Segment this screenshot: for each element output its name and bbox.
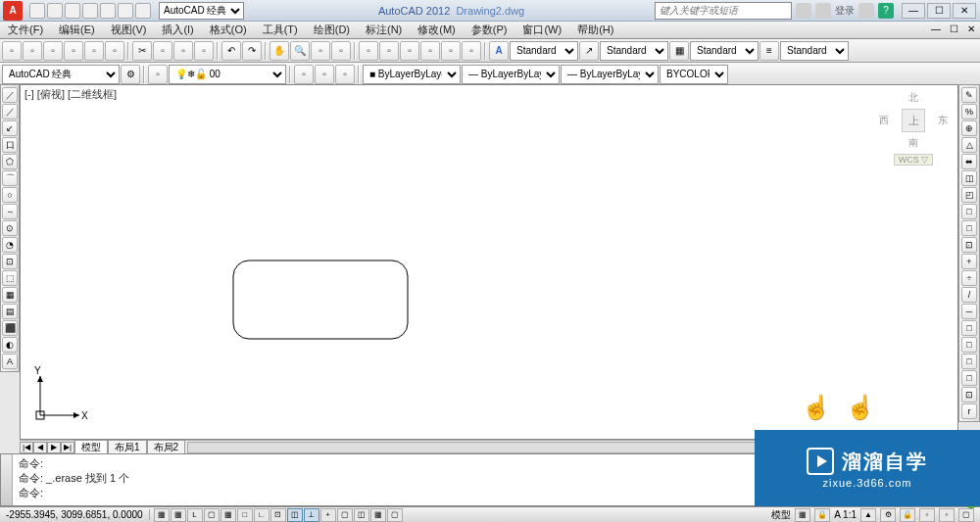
viewcube-east[interactable]: 东 <box>938 114 948 127</box>
mlstyle-select[interactable]: Standard <box>780 41 849 61</box>
toolbar-lock-icon[interactable]: 🔒 <box>900 508 915 522</box>
zoom-rt-icon[interactable]: 🔍 <box>290 41 310 61</box>
draw-tool-1[interactable]: ／ <box>2 104 18 119</box>
doc-close-button[interactable]: ✕ <box>963 24 979 37</box>
draw-tool-13[interactable]: ▤ <box>2 304 18 319</box>
layer-state-icon[interactable]: ▫ <box>315 65 334 84</box>
draw-tool-3[interactable]: 口 <box>2 137 18 153</box>
help-icon[interactable]: ? <box>878 3 894 19</box>
copy-icon[interactable]: ▫ <box>153 41 172 61</box>
modify-tool-16[interactable]: □ <box>961 354 977 369</box>
status-toggle-0[interactable]: ▦ <box>154 508 170 522</box>
tablestyle-icon[interactable]: ▦ <box>669 41 689 61</box>
ssm-icon[interactable]: ▫ <box>420 41 440 61</box>
exchange-icon[interactable] <box>858 3 874 19</box>
drawing-area[interactable]: [-] [俯视] [二维线框] X Y 北 西 上 东 南 WCS ▽ ☝ ☝ <box>20 84 958 440</box>
preview-icon[interactable]: ▫ <box>84 41 104 61</box>
ws-switch-icon[interactable]: ⚙ <box>880 508 896 522</box>
status-toggle-4[interactable]: ▦ <box>220 508 236 522</box>
dc-icon[interactable]: ▫ <box>379 41 399 61</box>
maximize-button[interactable]: ☐ <box>927 3 951 19</box>
modify-tool-1[interactable]: % <box>961 104 977 119</box>
layer-iso-icon[interactable]: ▫ <box>335 65 355 84</box>
search-input[interactable] <box>655 2 792 20</box>
layer-prev-icon[interactable]: ▫ <box>294 65 314 84</box>
status-toggle-3[interactable]: ▢ <box>204 508 220 522</box>
publish-icon[interactable]: ▫ <box>105 41 124 61</box>
layer-select[interactable]: 💡❄🔓 00 <box>169 65 286 84</box>
modify-tool-8[interactable]: □ <box>961 220 977 236</box>
modify-tool-7[interactable]: □ <box>961 204 977 219</box>
annotation-scale[interactable]: A 1:1 <box>834 509 857 520</box>
modify-tool-18[interactable]: ⊡ <box>961 387 977 403</box>
modify-tool-11[interactable]: ÷ <box>961 270 977 286</box>
match-icon[interactable]: ▫ <box>194 41 214 61</box>
menu-file[interactable]: 文件(F) <box>0 23 51 37</box>
status-toggle-11[interactable]: ▢ <box>337 508 353 522</box>
wcs-badge[interactable]: WCS ▽ <box>894 154 934 166</box>
draw-tool-7[interactable]: ～ <box>2 204 18 219</box>
status-toggle-9[interactable]: ⊥ <box>304 508 319 522</box>
menu-format[interactable]: 格式(O) <box>202 23 255 37</box>
save-icon[interactable]: ▫ <box>43 41 63 61</box>
draw-tool-8[interactable]: ⊙ <box>2 220 18 236</box>
color-select[interactable]: ■ ByLayerByLayer <box>363 65 461 84</box>
dimstyle-icon[interactable]: ↗ <box>579 41 599 61</box>
textstyle-icon[interactable]: A <box>489 41 509 61</box>
viewcube-south[interactable]: 南 <box>879 136 948 150</box>
qat-saveas-icon[interactable] <box>82 3 98 19</box>
modify-tool-14[interactable]: □ <box>961 320 977 336</box>
calc-icon[interactable]: ▫ <box>462 41 481 61</box>
annoscale-icon[interactable]: ▲ <box>860 508 876 522</box>
status-toggle-5[interactable]: □ <box>237 508 253 522</box>
modify-tool-2[interactable]: ⊕ <box>961 120 977 136</box>
lineweight-select[interactable]: — ByLayerByLayer <box>561 65 659 84</box>
layer-props-icon[interactable]: ▫ <box>148 65 168 84</box>
status-toggle-2[interactable]: L <box>187 508 203 522</box>
draw-tool-9[interactable]: ◔ <box>2 237 18 253</box>
print-icon[interactable]: ▫ <box>64 41 83 61</box>
modify-tool-0[interactable]: ✎ <box>961 87 977 103</box>
properties-icon[interactable]: ▫ <box>359 41 378 61</box>
open-icon[interactable]: ▫ <box>23 41 42 61</box>
qat-new-icon[interactable] <box>29 3 45 19</box>
draw-tool-0[interactable]: ／ <box>2 87 18 103</box>
zoom-win-icon[interactable]: ▫ <box>311 41 330 61</box>
sb-lock-icon[interactable]: 🔒 <box>814 508 830 522</box>
redo-icon[interactable]: ↷ <box>242 41 262 61</box>
menu-edit[interactable]: 编辑(E) <box>51 23 103 37</box>
tab-prev-icon[interactable]: ◀ <box>33 442 47 453</box>
modify-tool-6[interactable]: ◰ <box>961 187 977 203</box>
modify-tool-17[interactable]: □ <box>961 370 977 386</box>
tablestyle-select[interactable]: Standard <box>690 41 759 61</box>
draw-tool-15[interactable]: ◐ <box>2 337 18 353</box>
zoom-prev-icon[interactable]: ▫ <box>331 41 351 61</box>
tab-first-icon[interactable]: |◀ <box>20 442 33 453</box>
minimize-button[interactable]: — <box>902 3 925 19</box>
login-link[interactable]: 登录 <box>835 4 855 18</box>
isolate-icon[interactable]: ▫ <box>939 508 955 522</box>
pan-icon[interactable]: ✋ <box>270 41 289 61</box>
dimstyle-select[interactable]: Standard <box>600 41 668 61</box>
paste-icon[interactable]: ▫ <box>173 41 193 61</box>
new-icon[interactable]: ▫ <box>2 41 22 61</box>
textstyle-select[interactable]: Standard <box>510 41 578 61</box>
menu-parametric[interactable]: 参数(P) <box>464 23 515 37</box>
status-toggle-10[interactable]: + <box>320 508 336 522</box>
doc-minimize-button[interactable]: — <box>928 24 944 37</box>
qat-print-icon[interactable] <box>100 3 116 19</box>
coordinates-display[interactable]: -2955.3945, 3099.6851, 0.0000 <box>0 509 150 520</box>
ws-settings-icon[interactable]: ⚙ <box>121 65 140 84</box>
viewcube-west[interactable]: 西 <box>879 114 889 127</box>
workspace-selector[interactable]: AutoCAD 经典 <box>159 2 244 20</box>
draw-tool-10[interactable]: ⊡ <box>2 254 18 269</box>
app-logo[interactable]: A <box>3 1 23 21</box>
qat-save-icon[interactable] <box>65 3 80 19</box>
status-toggle-13[interactable]: ▦ <box>370 508 386 522</box>
workspace-select2[interactable]: AutoCAD 经典 <box>2 65 120 84</box>
menu-draw[interactable]: 绘图(D) <box>306 23 358 37</box>
modify-tool-12[interactable]: / <box>961 287 977 303</box>
plotstyle-select[interactable]: BYCOLOR <box>660 65 728 84</box>
clean-screen-icon[interactable]: ▢ <box>958 508 974 522</box>
qat-undo-icon[interactable] <box>118 3 133 19</box>
